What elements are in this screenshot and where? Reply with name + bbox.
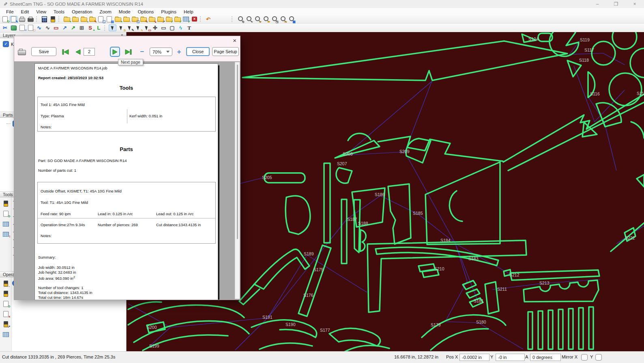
edit-job-options-icon[interactable]: ✎ [88,16,96,23]
menu-zoom[interactable]: Zoom [96,9,115,14]
start-point-icon[interactable]: S+ [86,24,94,31]
op-gcode-icon[interactable]: G [2,300,10,307]
menu-file[interactable]: File [2,9,17,14]
page-number-input[interactable]: 2 [84,48,95,56]
page-setup-button[interactable]: Page Setup [212,47,239,56]
open-job-icon[interactable]: ↻ [1,16,9,23]
op-start-icon[interactable]: ↗ [2,321,10,328]
mirror-y-checkbox[interactable] [595,354,602,361]
calculator-icon[interactable] [41,16,48,23]
move-part-icon[interactable]: ↗ [61,24,69,31]
next-page-button[interactable] [110,47,120,57]
tool-table-icon[interactable] [2,220,10,227]
new-job-icon[interactable]: + [63,16,71,23]
contour-cursor-icon[interactable]: ▭ [143,24,150,31]
copy-part-icon[interactable]: ❑ [97,16,105,23]
pos-x-input[interactable]: -0.0002 in [459,354,489,361]
last-page-icon [125,49,132,55]
verify-part-icon[interactable]: ✓ [174,16,181,23]
menu-edit[interactable]: Edit [17,9,33,14]
edit-path-cursor-icon[interactable]: ✎ [126,24,133,31]
undo-icon[interactable]: ↶ [204,16,212,23]
post-process-icon[interactable] [27,16,34,23]
tool-bit-icon[interactable] [2,200,10,207]
zoom-window-icon[interactable]: ▢ [270,16,278,23]
print-icon[interactable] [18,16,26,23]
preview-scrollbar[interactable] [235,62,240,299]
tools-panel-title: Tools [3,192,13,197]
job-options-icon[interactable]: ≡ [18,24,26,31]
nest-parts-icon[interactable]: ✓ [182,16,190,23]
text-icon[interactable]: T [185,24,193,31]
import-part-icon[interactable]: ↘ [148,16,156,23]
verify-parts-icon[interactable]: ✓ [165,16,173,23]
open-part-icon[interactable]: ▫ [122,16,130,23]
menu-operation[interactable]: Operation [68,9,96,14]
minimize-button[interactable]: – [588,0,607,8]
zoom-all-parts-icon[interactable]: ▰ [262,16,269,23]
restore-button[interactable]: ❐ [607,0,625,8]
edit-part-icon[interactable]: ✎ [140,16,147,23]
menu-plugins[interactable]: Plugins [157,9,180,14]
first-page-button[interactable] [60,47,71,57]
op-delete-icon[interactable]: x [2,311,10,318]
save-job-icon[interactable]: ▪ [80,16,88,23]
layers-icon[interactable] [10,24,17,31]
menu-help[interactable]: Help [180,9,197,14]
edit-job-icon[interactable]: ✎ [10,16,17,23]
op-run-icon[interactable]: → [2,280,10,287]
tool-warning-icon[interactable]: ! [2,231,10,238]
open-job-file-icon[interactable] [71,16,79,23]
angle-input[interactable]: 0 degrees [530,354,561,361]
pos-y-input[interactable]: -0 in [496,354,525,361]
preview-area: MADE A FARMER WISCONSIN R14.job Report c… [14,61,240,300]
path-corner-icon[interactable]: L [95,24,103,31]
op-tool-icon[interactable] [2,290,10,297]
machine-bed-icon[interactable]: ⊞ [78,24,86,31]
select-cursor-icon[interactable] [109,24,116,31]
edit-polyline-icon[interactable]: ∿ [35,24,43,31]
scrollbar-thumb[interactable] [237,65,238,239]
close-preview-button[interactable]: Close [186,47,210,56]
contour-tools-icon[interactable]: ✂ [1,24,9,31]
zoom-out-icon[interactable]: − [245,16,252,23]
set-start-cursor-icon[interactable]: S [117,24,125,31]
menu-mode[interactable]: Mode [115,9,134,14]
edit-tool-icon[interactable] [49,16,57,23]
smooth-polyline-icon[interactable]: ∿ [44,24,52,31]
close-button[interactable]: × [625,0,644,8]
menu-options[interactable]: Options [134,9,158,14]
select-region-icon[interactable]: ▢ [168,24,176,31]
paste-part-icon[interactable]: ▤ [105,16,113,23]
preview-print-button[interactable] [17,47,27,57]
part-label-S119: S119 [580,37,590,42]
zoom-sheet-icon[interactable]: ▭ [279,16,286,23]
op-table-icon[interactable] [2,331,10,338]
zoom-in-icon[interactable]: ◆ [236,16,244,23]
gcode-tool-icon[interactable]: G [2,210,10,217]
add-part-icon[interactable]: + [114,16,122,23]
last-page-button[interactable] [123,47,133,57]
prev-page-button[interactable] [73,47,83,57]
measure-rect-icon[interactable]: ▭ [160,24,167,31]
rotate-part-icon[interactable]: ↗ [69,24,77,31]
export-part-icon[interactable]: ↗ [157,16,164,23]
edit-contour-red-icon[interactable]: ▭ [52,24,60,31]
menu-tools[interactable]: Tools [50,9,68,14]
dialog-close-icon[interactable]: × [233,37,236,43]
zoom-part-icon[interactable]: ▱ [253,16,261,23]
quick-edit-cursor-icon[interactable]: ϟ [134,24,142,31]
zoom-out-button[interactable]: − [138,48,146,56]
zoom-machine-icon[interactable]: ▦ [287,16,295,23]
mirror-x-checkbox[interactable] [581,354,588,361]
zoom-select[interactable]: 70% [150,48,172,56]
delete-part-icon[interactable]: × [191,16,198,23]
menu-view[interactable]: View [32,9,50,14]
contour-copy-icon[interactable]: □ [27,24,34,31]
duplicate-part-icon[interactable]: ❑ [131,16,139,23]
simulate-icon[interactable]: ϟ [177,24,185,31]
pan-move-icon[interactable]: ✚ [151,24,159,31]
save-button[interactable]: Save [31,47,56,56]
layer-checkbox[interactable]: ✓ [3,41,9,47]
zoom-in-button[interactable]: + [175,48,183,56]
